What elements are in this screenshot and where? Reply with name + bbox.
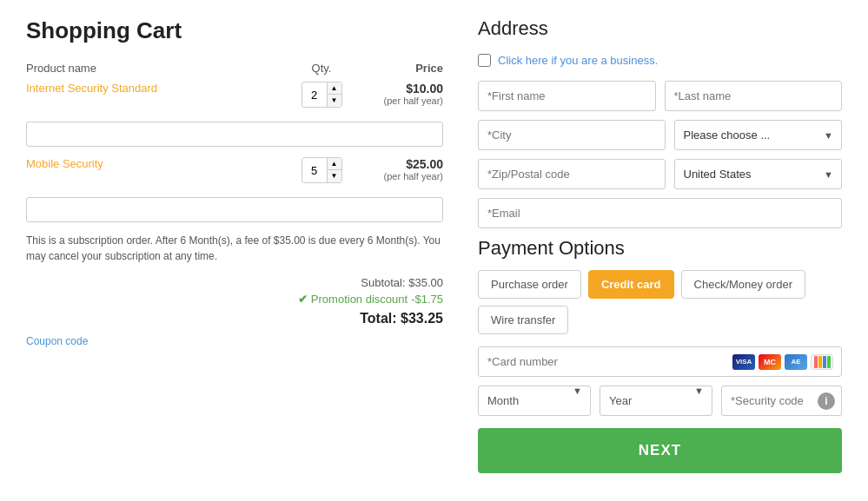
city-field[interactable] [478, 120, 666, 150]
purchase-order-button[interactable]: Purchase order [478, 270, 581, 299]
price-period-1: (per half year) [348, 96, 443, 106]
check-money-order-button[interactable]: Check/Money order [681, 270, 805, 299]
product-name-2: Mobile Security [26, 157, 295, 170]
email-field[interactable] [478, 198, 842, 228]
credit-card-button[interactable]: Credit card [588, 270, 674, 299]
business-check-row: Click here if you are a business. [478, 54, 842, 67]
col-header-name: Product name [26, 62, 295, 75]
total-value: $33.25 [401, 311, 443, 326]
state-select[interactable]: Please choose ... Alabama Alaska Arizona… [674, 120, 843, 150]
shopping-cart-panel: Shopping Cart Product name Qty. Price In… [26, 17, 443, 473]
price-period-2: (per half year) [348, 171, 443, 181]
subscription-note: This is a subscription order. After 6 Mo… [26, 233, 443, 264]
checkmark-icon: ✔ [298, 293, 308, 306]
card-number-row: VISA MC AE [478, 346, 842, 377]
qty-input-1[interactable] [302, 87, 327, 103]
country-select[interactable]: United States Canada United Kingdom Aust… [674, 159, 843, 189]
last-name-field[interactable] [665, 81, 843, 111]
first-name-field[interactable] [478, 81, 656, 111]
price-value-2: $25.00 [348, 157, 443, 171]
totals-section: Subtotal: $35.00 ✔ Promotion discount -$… [26, 276, 443, 326]
subtotal-value: $35.00 [408, 276, 443, 289]
qty-arrows-2: ▲ ▼ [327, 158, 341, 182]
year-select[interactable]: Year 202420252026 202720282029 2030 [600, 386, 712, 416]
price-col-2: $25.00 (per half year) [348, 157, 443, 181]
discount-value: -$1.75 [411, 293, 443, 306]
product-name-1: Internet Security Standard [26, 82, 295, 95]
city-state-row: Please choose ... Alabama Alaska Arizona… [478, 120, 842, 150]
business-label-text[interactable]: Click here if you are a business. [498, 54, 658, 67]
discount-line: ✔ Promotion discount -$1.75 [26, 293, 443, 306]
card-icons: VISA MC AE [732, 354, 833, 370]
qty-control-1[interactable]: ▲ ▼ [295, 82, 348, 108]
name-row [478, 81, 842, 111]
discover-icon [811, 354, 833, 370]
qty-down-2[interactable]: ▼ [328, 170, 341, 182]
state-select-wrapper: Please choose ... Alabama Alaska Arizona… [674, 120, 843, 150]
price-col-1: $10.00 (per half year) [348, 82, 443, 106]
price-value-1: $10.00 [348, 82, 443, 96]
security-info-icon[interactable]: i [818, 392, 835, 410]
mastercard-icon: MC [759, 354, 781, 370]
cart-title: Shopping Cart [26, 17, 443, 44]
qty-up-2[interactable]: ▲ [328, 158, 341, 170]
zip-field[interactable] [478, 159, 666, 189]
subtotal-label: Subtotal: [361, 276, 405, 289]
address-title: Address [478, 17, 842, 40]
qty-down-1[interactable]: ▼ [328, 95, 341, 107]
year-select-wrapper: Year 202420252026 202720282029 2030 ▼ [600, 386, 712, 416]
total-label: Total: [360, 311, 396, 326]
col-header-qty: Qty. [295, 62, 348, 75]
checkout-form-panel: Address Click here if you are a business… [478, 17, 842, 473]
subtotal-line: Subtotal: $35.00 [26, 276, 443, 289]
product-table-header: Product name Qty. Price [26, 62, 443, 75]
qty-input-2[interactable] [302, 162, 327, 179]
table-row: Internet Security Standard ▲ ▼ $10.00 (p… [26, 82, 443, 108]
amex-icon: AE [785, 354, 807, 370]
country-select-wrapper: United States Canada United Kingdom Aust… [674, 159, 843, 189]
expiry-security-row: Month 010203 040506 070809 101112 ▼ Year… [478, 386, 842, 416]
email-row [478, 198, 842, 228]
month-select[interactable]: Month 010203 040506 070809 101112 [478, 386, 591, 416]
security-code-wrapper: i [721, 386, 842, 416]
coupon-code-link[interactable]: Coupon code [26, 335, 88, 347]
business-checkbox[interactable] [478, 54, 491, 67]
coupon-input-2[interactable] [26, 197, 443, 222]
visa-icon: VISA [732, 354, 755, 370]
qty-control-2[interactable]: ▲ ▼ [295, 157, 348, 183]
qty-arrows-1: ▲ ▼ [327, 82, 341, 107]
table-row: Mobile Security ▲ ▼ $25.00 (per half yea… [26, 157, 443, 183]
col-header-price: Price [348, 62, 443, 75]
month-select-wrapper: Month 010203 040506 070809 101112 ▼ [478, 386, 591, 416]
next-button[interactable]: NEXT [478, 428, 842, 473]
business-label: Click here if you are a business. [498, 54, 658, 67]
qty-up-1[interactable]: ▲ [328, 82, 341, 95]
wire-transfer-button[interactable]: Wire transfer [478, 306, 568, 334]
zip-country-row: United States Canada United Kingdom Aust… [478, 159, 842, 189]
coupon-input-1[interactable] [26, 122, 443, 147]
payment-options-row: Purchase order Credit card Check/Money o… [478, 270, 842, 334]
payment-title: Payment Options [478, 237, 842, 260]
total-line: Total: $33.25 [26, 311, 443, 326]
discount-label: Promotion discount [311, 293, 407, 306]
